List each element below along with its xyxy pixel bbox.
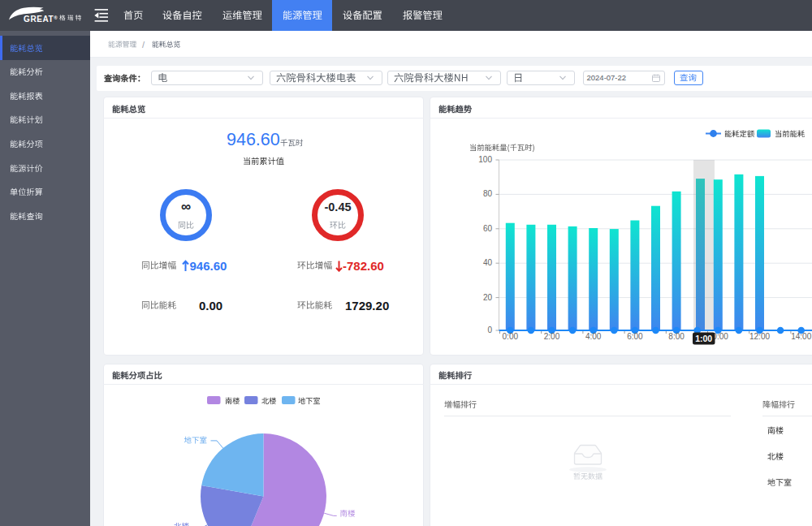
svg-text:4:00: 4:00 <box>585 332 602 341</box>
svg-text:6:00: 6:00 <box>627 332 643 341</box>
svg-text:12:00: 12:00 <box>749 332 770 341</box>
svg-text:8:00: 8:00 <box>668 332 685 341</box>
svg-text:1:00: 1:00 <box>695 334 712 343</box>
svg-text:0:00: 0:00 <box>503 332 519 341</box>
svg-text:2:00: 2:00 <box>544 332 560 341</box>
svg-text:14:00: 14:00 <box>791 332 811 341</box>
